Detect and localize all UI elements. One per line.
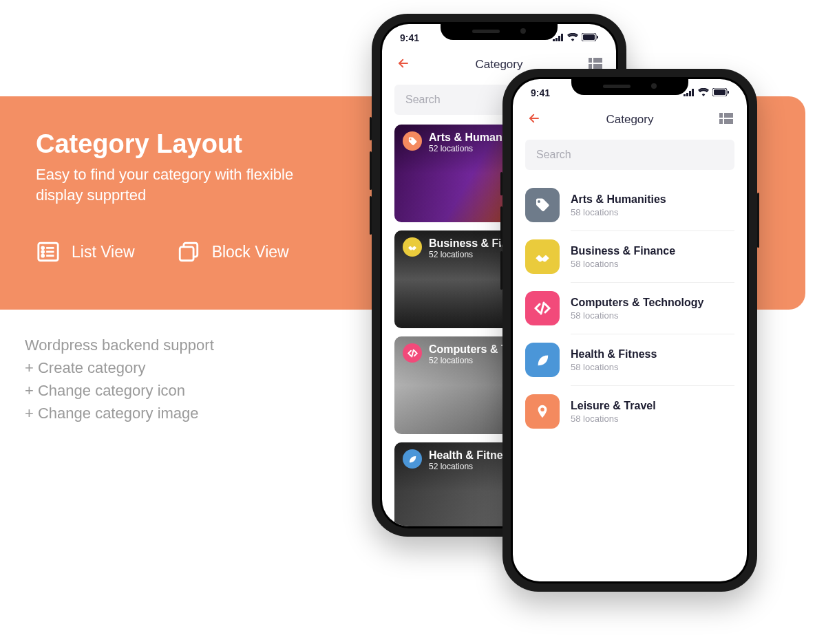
- status-time: 9:41: [400, 32, 419, 43]
- category-title: Health & Fitness: [571, 348, 657, 361]
- category-title: Computers & Technology: [571, 297, 704, 309]
- category-title: Arts & Humanities: [571, 193, 666, 206]
- feature-item: + Change category icon: [25, 379, 214, 402]
- back-arrow-icon[interactable]: [396, 56, 411, 74]
- block-view-icon: [176, 239, 201, 264]
- category-row-travel[interactable]: Leisure & Travel 58 locations: [525, 386, 734, 437]
- status-time: 9:41: [531, 87, 550, 98]
- svg-rect-22: [686, 93, 688, 96]
- features-text: Wordpress backend support + Create categ…: [25, 334, 214, 425]
- leaf-icon: [403, 449, 422, 469]
- list-view-label: List View: [72, 243, 135, 261]
- category-sub: 58 locations: [571, 310, 704, 321]
- search-placeholder: Search: [536, 149, 571, 161]
- svg-rect-10: [558, 36, 560, 41]
- svg-rect-32: [724, 119, 733, 124]
- category-title: Leisure & Travel: [571, 400, 656, 412]
- category-sub: 58 locations: [571, 362, 657, 372]
- feature-item: + Change category image: [25, 402, 214, 425]
- svg-rect-31: [719, 119, 723, 124]
- banner-subtitle: Easy to find your category with flexible…: [36, 164, 311, 205]
- category-row-list: Arts & Humanities 58 locations Business …: [513, 180, 747, 437]
- tag-icon: [525, 188, 560, 222]
- app-header: Category: [513, 107, 747, 133]
- svg-rect-21: [684, 94, 686, 96]
- code-icon: [525, 291, 560, 325]
- handshake-icon: [403, 237, 422, 257]
- svg-rect-17: [593, 58, 602, 63]
- phone-list-view: 9:41 Category Search: [502, 69, 757, 592]
- category-row-arts[interactable]: Arts & Humanities 58 locations: [525, 180, 734, 230]
- svg-rect-24: [692, 89, 694, 96]
- svg-rect-26: [714, 89, 726, 95]
- pin-icon: [525, 394, 560, 429]
- block-view-label: Block View: [212, 243, 289, 261]
- category-row-business[interactable]: Business & Finance 58 locations: [525, 231, 734, 282]
- svg-point-5: [42, 255, 44, 257]
- category-title: Business & Finance: [571, 245, 675, 257]
- svg-rect-7: [180, 247, 193, 261]
- wifi-icon: [567, 32, 578, 43]
- category-row-health[interactable]: Health & Fitness 58 locations: [525, 334, 734, 385]
- svg-rect-9: [555, 38, 558, 41]
- svg-rect-27: [728, 91, 729, 94]
- device-notch: [571, 77, 688, 95]
- category-sub: 58 locations: [571, 414, 656, 424]
- feature-item: + Create category: [25, 356, 214, 379]
- svg-line-33: [541, 303, 544, 314]
- svg-rect-13: [583, 34, 595, 40]
- features-heading: Wordpress backend support: [25, 334, 214, 356]
- svg-rect-30: [724, 113, 733, 118]
- svg-point-1: [42, 247, 44, 249]
- svg-rect-23: [689, 91, 691, 96]
- svg-rect-11: [561, 34, 563, 41]
- device-notch: [441, 22, 558, 40]
- svg-rect-16: [589, 58, 592, 63]
- search-input[interactable]: Search: [525, 140, 734, 170]
- handshake-icon: [525, 239, 560, 274]
- tag-icon: [403, 131, 422, 151]
- header-title: Category: [513, 113, 747, 127]
- code-icon: [403, 343, 422, 363]
- battery-icon: [582, 32, 598, 43]
- category-sub: 58 locations: [571, 259, 675, 269]
- back-arrow-icon[interactable]: [527, 111, 542, 129]
- category-sub: 58 locations: [571, 207, 666, 217]
- svg-point-3: [42, 251, 44, 253]
- list-view-icon: [36, 239, 61, 264]
- category-row-computers[interactable]: Computers & Technology 58 locations: [525, 283, 734, 334]
- wifi-icon: [698, 87, 709, 98]
- svg-line-20: [412, 350, 414, 356]
- svg-rect-14: [597, 36, 598, 39]
- svg-rect-19: [593, 64, 602, 69]
- svg-rect-8: [553, 39, 555, 41]
- battery-icon: [712, 87, 729, 98]
- search-placeholder: Search: [405, 94, 441, 106]
- leaf-icon: [525, 343, 560, 377]
- list-view-mode: List View: [36, 239, 135, 264]
- layout-toggle-button[interactable]: [719, 113, 733, 127]
- block-view-mode: Block View: [176, 239, 289, 264]
- svg-rect-29: [719, 113, 723, 118]
- svg-rect-18: [589, 64, 592, 69]
